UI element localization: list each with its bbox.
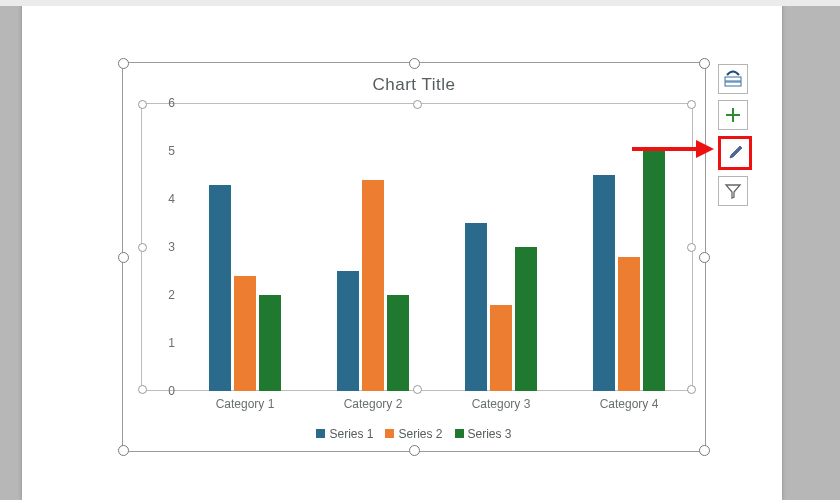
plus-icon (724, 106, 742, 124)
plot-handle-bl[interactable] (138, 385, 147, 394)
category-group: Category 2 (309, 103, 437, 391)
paintbrush-icon (726, 144, 744, 162)
y-tick-label: 6 (168, 96, 175, 110)
resize-handle-ml[interactable] (118, 252, 129, 263)
y-axis: 0123456 (147, 103, 181, 391)
legend[interactable]: Series 1Series 2Series 3 (123, 427, 705, 441)
resize-handle-tl[interactable] (118, 58, 129, 69)
legend-swatch (455, 429, 464, 438)
y-tick-label: 0 (168, 384, 175, 398)
layout-options-icon (724, 70, 742, 88)
resize-handle-tr[interactable] (699, 58, 710, 69)
bar-series3[interactable] (515, 247, 537, 391)
header-ribbon-sliver (0, 0, 840, 6)
legend-label: Series 1 (329, 427, 373, 441)
y-tick-label: 1 (168, 336, 175, 350)
legend-swatch (385, 429, 394, 438)
bar-series1[interactable] (593, 175, 615, 391)
layout-options-button[interactable] (718, 64, 748, 94)
bar-series3[interactable] (259, 295, 281, 391)
chart-filters-button[interactable] (718, 176, 748, 206)
legend-swatch (316, 429, 325, 438)
chart-styles-button[interactable] (718, 136, 752, 170)
funnel-icon (724, 182, 742, 200)
x-tick-label: Category 1 (181, 391, 309, 411)
resize-handle-bl[interactable] (118, 445, 129, 456)
bar-series2[interactable] (618, 257, 640, 391)
y-tick-label: 2 (168, 288, 175, 302)
resize-handle-tm[interactable] (409, 58, 420, 69)
y-tick-label: 5 (168, 144, 175, 158)
resize-handle-mr[interactable] (699, 252, 710, 263)
legend-label: Series 3 (468, 427, 512, 441)
bars-area: Category 1Category 2Category 3Category 4 (181, 103, 693, 391)
y-tick-label: 4 (168, 192, 175, 206)
chart-elements-button[interactable] (718, 100, 748, 130)
x-tick-label: Category 2 (309, 391, 437, 411)
word-page: Chart Title 0123456 Category 1Category 2… (22, 0, 782, 500)
svg-rect-1 (725, 77, 741, 81)
plot-handle-tl[interactable] (138, 100, 147, 109)
resize-handle-br[interactable] (699, 445, 710, 456)
legend-item[interactable]: Series 1 (316, 427, 373, 441)
plot-handle-ml[interactable] (138, 243, 147, 252)
legend-item[interactable]: Series 3 (455, 427, 512, 441)
legend-label: Series 2 (398, 427, 442, 441)
chart-side-buttons (718, 64, 752, 212)
bar-series3[interactable] (643, 151, 665, 391)
svg-rect-0 (725, 82, 741, 86)
chart-title[interactable]: Chart Title (123, 75, 705, 95)
bar-series2[interactable] (362, 180, 384, 391)
bar-series1[interactable] (465, 223, 487, 391)
bar-series2[interactable] (234, 276, 256, 391)
x-tick-label: Category 3 (437, 391, 565, 411)
bar-series1[interactable] (337, 271, 359, 391)
x-tick-label: Category 4 (565, 391, 693, 411)
chart-object[interactable]: Chart Title 0123456 Category 1Category 2… (122, 62, 706, 452)
category-group: Category 3 (437, 103, 565, 391)
legend-item[interactable]: Series 2 (385, 427, 442, 441)
y-tick-label: 3 (168, 240, 175, 254)
annotation-arrow (632, 140, 716, 158)
bar-series3[interactable] (387, 295, 409, 391)
bar-series2[interactable] (490, 305, 512, 391)
resize-handle-bm[interactable] (409, 445, 420, 456)
category-group: Category 1 (181, 103, 309, 391)
bar-series1[interactable] (209, 185, 231, 391)
